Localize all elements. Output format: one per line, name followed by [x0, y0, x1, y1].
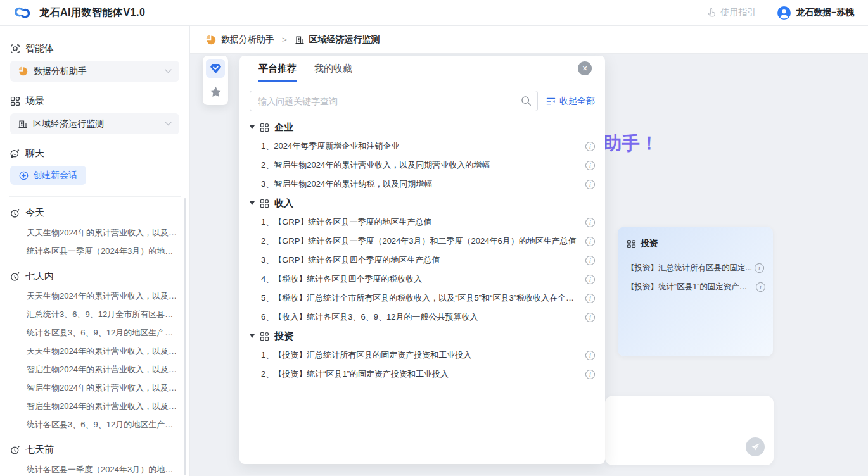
history-item[interactable]: 天天生物2024年的累计营业收入，以及同期...	[10, 342, 179, 360]
pie-chart-icon	[18, 66, 29, 77]
question-item-text: 1、2024年每季度新增企业和注销企业	[261, 141, 399, 152]
history-item[interactable]: 智启生物2024年的累计营业收入，以及同期...	[10, 379, 179, 397]
category-card-item[interactable]: 【投资】统计“区县1”的固定资产投...i	[627, 277, 765, 296]
history-item[interactable]: 统计各区县3、6、9、12月的地区生产总值...	[10, 415, 179, 434]
info-icon[interactable]: i	[585, 218, 595, 227]
question-item-text: 1、【投资】汇总统计所有区县的固定资产投资和工业投入	[261, 349, 471, 361]
question-item[interactable]: 3、【GRP】统计各区县四个季度的地区生产总值i	[248, 251, 595, 270]
info-icon[interactable]: i	[585, 313, 595, 322]
info-icon[interactable]: i	[585, 142, 595, 151]
chevron-down-icon	[165, 122, 172, 126]
info-icon[interactable]: i	[585, 370, 595, 379]
history-item[interactable]: 统计各区县一季度（2024年3月）的地区生...	[10, 460, 179, 476]
question-item[interactable]: 2、智启生物2024年的累计营业收入，以及同期营业收入的增幅i	[248, 156, 595, 175]
building-icon	[18, 119, 28, 129]
info-icon[interactable]: i	[585, 256, 595, 265]
question-item-text: 2、【GRP】统计各区县一季度（2024年3月）和二季度（2024年6月）的地区…	[261, 235, 577, 247]
question-item-text: 5、【税收】汇总统计全市所有区县的税收收入，以及“区县5”和“区县3”税收收入在…	[261, 292, 580, 304]
chevron-down-icon	[165, 69, 172, 73]
question-item-text: 3、【GRP】统计各区县四个季度的地区生产总值	[261, 254, 440, 266]
favorites-button[interactable]	[206, 82, 225, 101]
collapse-list-icon	[546, 97, 556, 106]
collapse-triangle-icon	[250, 201, 255, 205]
category-card-item[interactable]: 【投资】汇总统计所有区县的固定...i	[627, 258, 765, 277]
info-icon[interactable]: i	[585, 180, 595, 189]
info-icon[interactable]: i	[585, 237, 595, 246]
question-item[interactable]: 3、智启生物2024年的累计纳税，以及同期增幅i	[248, 175, 595, 194]
info-icon[interactable]: i	[585, 161, 595, 170]
question-item[interactable]: 4、【税收】统计各区县四个季度的税收收入i	[248, 270, 595, 289]
tab-platform-recommend[interactable]: 平台推荐	[258, 56, 297, 82]
question-group-header[interactable]: 投资	[248, 327, 595, 346]
message-input-box[interactable]	[605, 396, 774, 465]
breadcrumb-scene[interactable]: 区域经济运行监测	[295, 34, 380, 46]
history-clock-icon	[10, 445, 20, 455]
user-name: 龙石数据–苏槐	[796, 7, 854, 18]
question-item[interactable]: 1、【GRP】统计各区县一季度的地区生产总值i	[248, 213, 595, 232]
question-item[interactable]: 2、【GRP】统计各区县一季度（2024年3月）和二季度（2024年6月）的地区…	[248, 232, 595, 251]
collapse-triangle-icon	[250, 334, 255, 338]
recommended-questions-modal: 平台推荐 我的收藏	[239, 56, 605, 464]
history-item[interactable]: 统计各区县3、6、9、12月的地区生产总值...	[10, 323, 179, 342]
send-button[interactable]	[746, 437, 765, 456]
category-card-item-text: 【投资】汇总统计所有区县的固定...	[627, 263, 752, 273]
star-icon	[210, 86, 222, 97]
new-chat-button[interactable]: 创建新会话	[10, 166, 86, 185]
user-menu[interactable]: 龙石数据–苏槐	[777, 6, 854, 20]
question-item-text: 6、【收入】统计各区县3、6、9、12月的一般公共预算收入	[261, 311, 478, 323]
question-item[interactable]: 6、【收入】统计各区县3、6、9、12月的一般公共预算收入i	[248, 308, 595, 327]
agent-section-label: 智能体	[10, 42, 179, 54]
app-logo-icon	[14, 4, 33, 21]
history-item[interactable]: 统计各区县一季度（2024年3月）的地区生...	[10, 242, 179, 260]
usage-guide-label: 使用指引	[720, 7, 756, 18]
agent-select[interactable]: 数据分析助手	[10, 61, 179, 82]
usage-guide-button[interactable]: 使用指引	[706, 7, 756, 18]
group-grid-icon	[260, 199, 269, 208]
question-group-header[interactable]: 收入	[248, 194, 595, 213]
sidebar-scrollbar[interactable]	[184, 198, 186, 475]
sidebar: 智能体 数据分析助手 场景 区域经济运行监测	[0, 26, 190, 476]
history-item[interactable]: 智启生物2024年的累计营业收入，以及同期...	[10, 360, 179, 379]
category-card-title-row: 投资	[627, 238, 765, 249]
question-group-header[interactable]: 企业	[248, 118, 595, 137]
history-item[interactable]: 智启生物2024年的累计营业收入，以及同期...	[10, 397, 179, 415]
question-item-text: 2、智启生物2024年的累计营业收入，以及同期营业收入的增幅	[261, 160, 490, 171]
chat-section-label: 聊天	[10, 147, 179, 160]
scene-select[interactable]: 区域经济运行监测	[10, 113, 179, 134]
group-grid-icon	[627, 239, 636, 249]
question-item[interactable]: 1、【投资】汇总统计所有区县的固定资产投资和工业投入i	[248, 346, 595, 365]
pie-chart-icon	[205, 34, 217, 46]
close-icon[interactable]	[578, 61, 592, 75]
collapse-all-button[interactable]: 收起全部	[546, 96, 595, 107]
agent-select-value: 数据分析助手	[34, 66, 87, 77]
question-search-input[interactable]	[250, 91, 538, 111]
agent-icon	[10, 44, 20, 54]
top-header: 龙石AI用数智能体V1.0 使用指引 龙石数据–苏槐	[0, 0, 868, 26]
question-item[interactable]: 5、【税收】汇总统计全市所有区县的税收收入，以及“区县5”和“区县3”税收收入在…	[248, 289, 595, 308]
history-group-label: 今天	[10, 207, 179, 219]
history-item[interactable]: 天天生物2024年的累计营业收入，以及同期...	[10, 287, 179, 305]
tab-my-favorites[interactable]: 我的收藏	[314, 56, 352, 82]
building-icon	[295, 35, 305, 45]
question-item[interactable]: 2、【投资】统计“区县1”的固定资产投资和工业投入i	[248, 365, 595, 384]
info-icon[interactable]: i	[585, 294, 595, 303]
info-icon[interactable]: i	[755, 263, 764, 273]
plus-circle-icon	[19, 171, 29, 180]
info-icon[interactable]: i	[756, 282, 765, 292]
history-group-label: 七天内	[10, 270, 179, 282]
recommended-questions-button[interactable]	[206, 59, 225, 78]
question-item[interactable]: 1、2024年每季度新增企业和注销企业i	[248, 137, 595, 156]
breadcrumb: 数据分析助手 > 区域经济运行监测	[190, 26, 868, 54]
question-item-text: 2、【投资】统计“区县1”的固定资产投资和工业投入	[261, 368, 449, 380]
breadcrumb-agent[interactable]: 数据分析助手	[205, 34, 274, 46]
chat-icon	[10, 149, 20, 159]
question-groups: 企业1、2024年每季度新增企业和注销企业i2、智启生物2024年的累计营业收入…	[239, 111, 605, 384]
info-icon[interactable]: i	[585, 275, 595, 284]
history-item[interactable]: 天天生物2024年的累计营业收入，以及同期...	[10, 223, 179, 242]
avatar-icon	[777, 6, 791, 20]
history-item[interactable]: 汇总统计3、6、9、12月全市所有区县的税...	[10, 305, 179, 323]
category-card-title: 投资	[641, 238, 658, 249]
send-plane-icon	[751, 442, 760, 452]
info-icon[interactable]: i	[585, 351, 595, 360]
breadcrumb-separator: >	[282, 35, 287, 44]
